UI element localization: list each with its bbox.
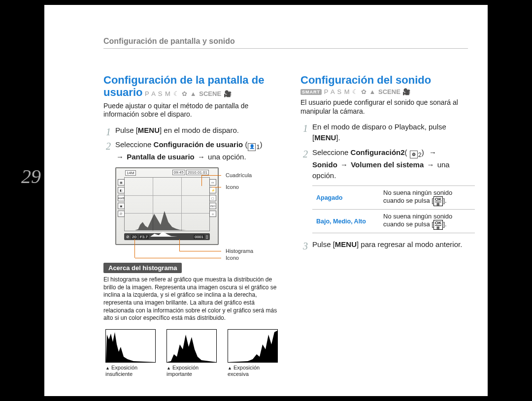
step-2-right: Seleccione Configuración2( ⚙2) → Sonido …: [300, 147, 475, 181]
time-badge: 09:45: [172, 170, 185, 175]
step-2-left: Seleccione Configuración de usuario (👤1)…: [103, 139, 278, 162]
mode-night-icon: ☾: [352, 88, 359, 95]
meter-icon: ▣: [118, 203, 125, 209]
mode-video-icon: 🎥: [224, 90, 232, 97]
step-3-right: Pulse [MENU] para regresar al modo anter…: [300, 239, 475, 250]
sound-key-levels: Bajo, Medio, Alto: [312, 210, 379, 233]
section-title-left: Configuración de la pantalla de usuario …: [103, 74, 278, 99]
sound-row-off: Apagado No suena ningún sonido cuando se…: [312, 186, 475, 210]
camera-screen: 14M 09:45 2010.01.01 ▦ ◧ AWB ▣ ⏱: [115, 167, 219, 245]
drive-icon: ▭: [209, 179, 216, 185]
date-badge: 2010.01.01: [186, 170, 209, 175]
quality-icon: ◧: [118, 187, 125, 193]
r-step2d: Volumen del sistema: [351, 160, 424, 169]
r-step2c: Sonido: [312, 160, 337, 169]
callout-icon: Icono: [226, 184, 239, 190]
step2c: Pantalla de usuario: [127, 153, 195, 161]
leader-grid: [201, 175, 221, 176]
status-f: F3.7: [139, 235, 149, 239]
step2b: Configuración de usuario: [154, 140, 243, 149]
r-step2b: Configuración2: [351, 148, 405, 156]
sound-row-levels: Bajo, Medio, Alto No suena ningún sonido…: [312, 210, 475, 233]
left-column: Configuración de la pantalla de usuario …: [103, 74, 278, 377]
step2d: una opción.: [208, 153, 246, 161]
camera-left-icons: ▦ ◧ AWB ▣ ⏱: [118, 179, 125, 217]
callout-hist: Histograma: [226, 248, 253, 254]
sound-val-off: No suena ningún sonido cuando se pulsa […: [379, 186, 475, 210]
r-step2a: Seleccione: [312, 148, 351, 156]
steps-left: Pulse [MENU] en el modo de disparo. Sele…: [103, 125, 278, 163]
display-diagram: 14M 09:45 2010.01.01 ▦ ◧ AWB ▣ ⏱: [115, 166, 273, 256]
sound-table: Apagado No suena ningún sonido cuando se…: [312, 185, 475, 233]
smart-icon: SMART: [300, 89, 322, 95]
mode-scene: SCENE: [199, 90, 221, 97]
mode-landscape-icon: ▲: [369, 88, 376, 95]
step2-sub: 1: [256, 144, 260, 151]
mode-icons-right: SMART P A S M ☾ ✿ ▲ SCENE 🎥: [300, 88, 475, 95]
sound-key-off: Apagado: [312, 186, 379, 210]
hist-under-label: Exposición insuficiente: [105, 365, 137, 377]
section-header: Configuración de pantalla y sonido: [103, 37, 235, 46]
leader-hist: [179, 251, 221, 251]
intro-left: Puede ajustar o quitar el método de pant…: [103, 102, 278, 119]
mode-pasm: P A S M: [145, 90, 171, 97]
mode-icons-left: P A S M ☾ ✿ ▲ SCENE 🎥: [145, 90, 232, 97]
histogram-over-box: [228, 329, 278, 363]
ok-button-icon: OK▦: [433, 196, 443, 206]
hist-over-label: Exposición excesiva: [228, 365, 260, 377]
gear-icon: ⚙: [410, 151, 418, 158]
histogram-text: El histograma se refiere al gráfico que …: [103, 276, 278, 322]
mode-beauty-icon: ✿: [182, 90, 188, 97]
title-right: Configuración del sonido: [300, 74, 475, 86]
status-count: 0001: [194, 235, 204, 239]
histogram-over: ▲ Exposición excesiva: [228, 329, 277, 377]
histogram-under-box: [105, 329, 156, 363]
face-icon: ☺: [209, 211, 216, 217]
mode-landscape-icon: ▲: [190, 90, 197, 97]
mode-beauty-icon: ✿: [361, 88, 367, 95]
histogram-under: ▲ Exposición insuficiente: [105, 329, 155, 377]
iso-icon: ISO: [209, 203, 216, 209]
user-icon: 👤: [248, 143, 256, 151]
page: Configuración de pantalla y sonido Confi…: [44, 5, 488, 396]
histogram-pill: Acerca del histograma: [103, 263, 182, 273]
leader-hist-v: [179, 239, 180, 251]
mode-video-icon: 🎥: [402, 88, 411, 95]
leader-icon2-v: [134, 239, 135, 258]
leader-icon: [212, 187, 221, 187]
steps-right: En el modo de disparo o Playback, pulse …: [300, 122, 475, 181]
steps-right-2: Pulse [MENU] para regresar al modo anter…: [300, 239, 475, 250]
ok-button-icon: OK▦: [433, 220, 443, 230]
sound-val-levels: No suena ningún sonido cuando se pulsa […: [379, 210, 475, 233]
mode-night-icon: ☾: [173, 90, 180, 97]
histogram-over-cap: ▲ Exposición excesiva: [228, 365, 277, 377]
header-rule: [103, 48, 468, 49]
leader-icon2: [135, 258, 221, 258]
r-step2-sub: 2: [418, 152, 422, 158]
camera-grid: [124, 177, 210, 231]
camera-right-icons: ▭ ⚡ ▢ ISO ☺: [209, 179, 216, 217]
histogram-mid-cap: ▲ Exposición importante: [166, 365, 216, 377]
flash-icon: ⚡: [209, 187, 216, 193]
step-1-left: Pulse [MENU] en el modo de disparo.: [103, 125, 278, 136]
arrow-icon: →: [426, 160, 435, 169]
histogram-mid: ▲ Exposición importante: [166, 329, 216, 377]
mode-pasm: P A S M: [324, 88, 350, 95]
step-1-right: En el modo de disparo o Playback, pulse …: [300, 122, 475, 143]
status-iso: 20: [131, 235, 137, 239]
step2a: Seleccione: [115, 140, 154, 149]
mode-scene: SCENE: [378, 88, 400, 95]
callout-grid: Cuadrícula: [226, 172, 252, 178]
camera-status-bar: ⊘ 20 F3.7 0001 ▯: [124, 233, 210, 240]
timer-icon: ⏱: [118, 211, 125, 217]
camera-top-bar: 14M 09:45 2010.01.01: [125, 170, 209, 176]
histogram-mid-box: [166, 329, 217, 363]
hist-mid-label: Exposición importante: [166, 365, 199, 377]
awb-icon: AWB: [118, 195, 125, 201]
focus-icon: ▢: [209, 195, 216, 201]
arrow-icon: →: [115, 153, 125, 161]
arrow-icon: →: [428, 148, 437, 156]
intro-right: El usuario puede configurar el sonido qu…: [300, 98, 475, 116]
step1-left-text: Pulse [MENU] en el modo de disparo.: [115, 126, 239, 134]
page-number: 29: [16, 165, 41, 188]
